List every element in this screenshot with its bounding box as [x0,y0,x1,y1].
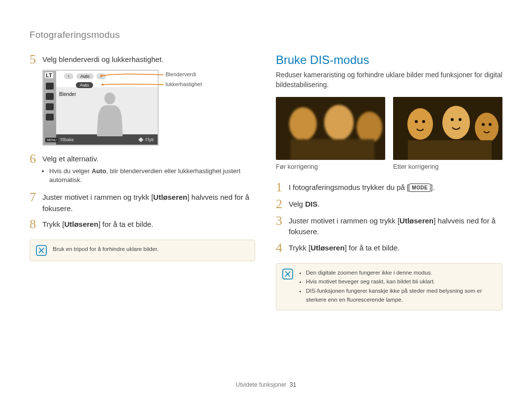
breadcrumb: Fotograferingsmodus [30,30,502,40]
tip-bullet: Den digitale zoomen fungerer ikke i denn… [306,269,496,278]
info-icon [282,269,293,279]
step-5: 5 Velg blenderverdi og lukkerhastighet. [30,53,255,66]
step-8: 8 Trykk [Utløseren] for å ta et bilde. [30,218,255,231]
step-text: Velg et alternativ. Hvis du velger Auto,… [42,153,255,187]
page: Fotograferingsmodus 5 Velg blenderverdi … [0,0,532,401]
photo-captions: Før korrigering Etter korrigering [276,163,502,170]
step-4: 4 Trykk [Utløseren] for å ta et bilde. [276,242,502,254]
step-text: Trykk [Utløseren] for å ta et bilde. [42,218,153,230]
photo-after [393,97,502,160]
step-number: 3 [276,215,289,227]
camera-lcd-figure: LT ‹ Auto › Auto [42,70,255,146]
page-footer: Utvidete funksjoner 31 [0,381,532,388]
tip-bullet: DIS-funksjonen fungerer kanskje ikke på … [306,287,496,305]
step-number: 8 [30,218,42,231]
svg-rect-18 [408,140,492,160]
step-text: Juster motivet i rammen og trykk [Utløse… [289,215,502,238]
svg-point-15 [475,113,499,142]
info-icon [36,245,47,256]
step-6: 6 Velg et alternativ. Hvis du velger Aut… [30,153,255,187]
page-number: 31 [290,381,296,388]
section-intro: Reduser kameraristing og forhindre uklar… [276,70,502,90]
svg-point-11 [422,120,425,123]
svg-point-12 [442,106,470,139]
comparison-photos [276,97,502,160]
section-title: Bruke DIS-modus [276,53,502,67]
step-number: 2 [276,198,289,211]
step-1: 1 I fotograferingsmodus trykker du på [M… [276,181,502,194]
svg-point-1 [101,84,103,86]
step-3: 3 Juster motivet i rammen og trykk [Utlø… [276,215,502,238]
svg-point-13 [451,118,454,121]
step-text: Velg DIS. [289,198,320,210]
svg-point-14 [459,118,462,121]
camera-lcd: LT ‹ Auto › Auto [42,70,159,146]
svg-point-6 [357,112,382,143]
left-column: 5 Velg blenderverdi og lukkerhastighet. … [30,53,255,310]
svg-rect-7 [291,139,374,160]
caption-before: Før korrigering [276,163,385,170]
svg-point-16 [482,123,485,126]
step-text: Juster motivet i rammen og trykk [Utløse… [42,191,255,214]
step-text: Velg blenderverdi og lukkerhastighet. [42,53,164,65]
step-number: 7 [30,191,42,204]
tip-bullet: Hvis motivet beveger seg raskt, kan bild… [306,278,496,286]
tip-box: Den digitale zoomen fungerer ikke i denn… [276,263,502,310]
svg-point-5 [324,105,354,140]
step-6-text: Velg et alternativ. [42,154,99,163]
step-6-bullet: Hvis du velger Auto, blir blenderverdien… [49,167,255,185]
tip-text: Bruk en tripod for å forhindre uklare bi… [53,245,159,254]
two-column-layout: 5 Velg blenderverdi og lukkerhastighet. … [30,53,502,310]
mode-button-icon: MODE [409,184,431,192]
caption-after: Etter korrigering [393,163,502,170]
step-2: 2 Velg DIS. [276,198,502,211]
callout-lines [43,71,171,145]
svg-point-0 [100,75,102,77]
tip-box: Bruk en tripod for å forhindre uklare bi… [30,240,255,261]
step-number: 5 [30,53,42,66]
svg-point-17 [489,123,492,126]
tip-text: Den digitale zoomen fungerer ikke i denn… [299,269,496,305]
svg-point-4 [289,107,317,141]
step-text: Trykk [Utløseren] for å ta et bilde. [289,242,399,254]
step-number: 6 [30,153,42,165]
step-7: 7 Juster motivet i rammen og trykk [Utlø… [30,191,255,214]
step-text: I fotograferingsmodus trykker du på [MOD… [289,181,435,193]
svg-point-10 [415,120,418,123]
step-number: 4 [276,242,289,254]
step-number: 1 [276,181,289,194]
photo-before [276,97,385,160]
svg-point-9 [407,108,433,140]
right-column: Bruke DIS-modus Reduser kameraristing og… [276,53,502,310]
footer-section: Utvidete funksjoner [236,381,287,388]
